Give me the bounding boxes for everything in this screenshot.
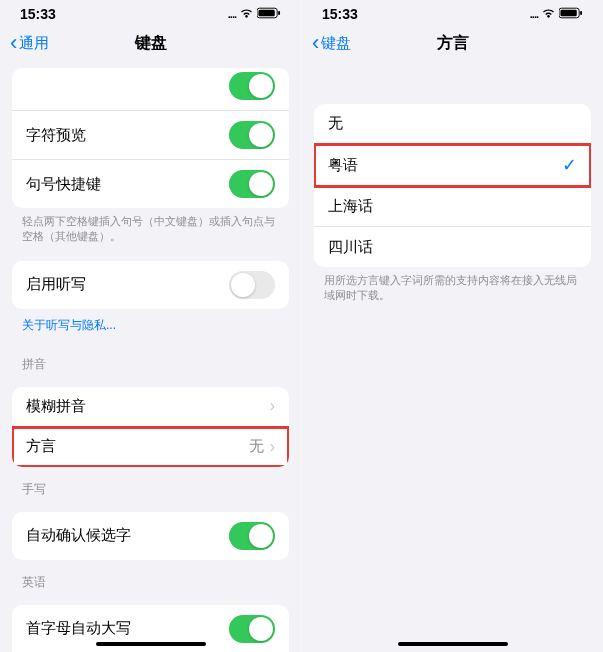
header-pinyin: 拼音: [0, 342, 301, 377]
svg-rect-4: [560, 10, 576, 17]
option-label: 无: [328, 114, 577, 133]
row-value: 无: [249, 437, 264, 456]
keyboard-settings-screen: 15:33 .... ‹ 通用 键盘 字符预览 句号快捷键: [0, 0, 301, 652]
dictation-privacy-link[interactable]: 关于听写与隐私...: [0, 309, 301, 342]
header-english: 英语: [0, 560, 301, 595]
section-handwriting: 自动确认候选字: [12, 512, 289, 560]
row-partial[interactable]: [12, 68, 289, 111]
section-dialect-options: 无 粤语 ✓ 上海话 四川话: [314, 104, 591, 267]
row-char-preview[interactable]: 字符预览: [12, 111, 289, 160]
toggle-period-shortcut[interactable]: [229, 170, 275, 198]
back-button[interactable]: ‹ 键盘: [312, 30, 351, 56]
toggle-dictation[interactable]: [229, 271, 275, 299]
row-label: 字符预览: [26, 126, 229, 145]
chevron-right-icon: ›: [270, 397, 275, 415]
chevron-right-icon: ›: [270, 438, 275, 456]
row-label: 句号快捷键: [26, 175, 229, 194]
back-label: 通用: [19, 34, 49, 53]
toggle-autocaps[interactable]: [229, 615, 275, 643]
dialect-settings-screen: 15:33 .... ‹ 键盘 方言 无 粤语 ✓ 上海话 四川话: [302, 0, 603, 652]
footer-period: 轻点两下空格键插入句号（中文键盘）或插入句点与空格（其他键盘）。: [0, 208, 301, 251]
toggle-autoconfirm[interactable]: [229, 522, 275, 550]
footer-dialect: 用所选方言键入字词所需的支持内容将在接入无线局域网时下载。: [302, 267, 603, 310]
row-label: 模糊拼音: [26, 397, 270, 416]
toggle-char-preview[interactable]: [229, 121, 275, 149]
signal-dots: ....: [228, 8, 236, 20]
row-dialect[interactable]: 方言 无 ›: [12, 427, 289, 467]
page-title: 方言: [437, 33, 469, 54]
check-icon: ✓: [562, 154, 577, 176]
row-label: 启用听写: [26, 275, 229, 294]
row-autoconfirm[interactable]: 自动确认候选字: [12, 512, 289, 560]
back-label: 键盘: [321, 34, 351, 53]
row-label: 方言: [26, 437, 249, 456]
option-none[interactable]: 无: [314, 104, 591, 144]
option-sichuan[interactable]: 四川话: [314, 227, 591, 267]
row-fuzzy-pinyin[interactable]: 模糊拼音 ›: [12, 387, 289, 427]
option-label: 四川话: [328, 238, 577, 257]
svg-rect-1: [258, 10, 274, 17]
option-cantonese[interactable]: 粤语 ✓: [314, 144, 591, 187]
page-title: 键盘: [135, 33, 167, 54]
home-indicator[interactable]: [96, 642, 206, 646]
header-handwriting: 手写: [0, 467, 301, 502]
status-time: 15:33: [20, 6, 56, 22]
section-toggles-1: 字符预览 句号快捷键: [12, 68, 289, 208]
row-label: 自动确认候选字: [26, 526, 229, 545]
battery-icon: [257, 6, 281, 22]
nav-bar: ‹ 键盘 方言: [302, 24, 603, 62]
status-time: 15:33: [322, 6, 358, 22]
section-dictation: 启用听写: [12, 261, 289, 309]
row-label: 首字母自动大写: [26, 619, 229, 638]
option-label: 粤语: [328, 156, 562, 175]
toggle-partial[interactable]: [229, 72, 275, 100]
row-enable-dictation[interactable]: 启用听写: [12, 261, 289, 309]
home-indicator[interactable]: [398, 642, 508, 646]
battery-icon: [559, 6, 583, 22]
back-button[interactable]: ‹ 通用: [10, 30, 49, 56]
wifi-icon: [239, 6, 254, 22]
status-bar: 15:33 ....: [302, 0, 603, 24]
nav-bar: ‹ 通用 键盘: [0, 24, 301, 62]
section-pinyin: 模糊拼音 › 方言 无 ›: [12, 387, 289, 467]
option-label: 上海话: [328, 197, 577, 216]
status-icons: ....: [530, 6, 583, 22]
wifi-icon: [541, 6, 556, 22]
chevron-left-icon: ‹: [312, 30, 319, 56]
chevron-left-icon: ‹: [10, 30, 17, 56]
option-shanghai[interactable]: 上海话: [314, 187, 591, 227]
svg-rect-2: [278, 11, 280, 15]
svg-rect-5: [580, 11, 582, 15]
status-icons: ....: [228, 6, 281, 22]
signal-dots: ....: [530, 8, 538, 20]
row-period-shortcut[interactable]: 句号快捷键: [12, 160, 289, 208]
status-bar: 15:33 ....: [0, 0, 301, 24]
